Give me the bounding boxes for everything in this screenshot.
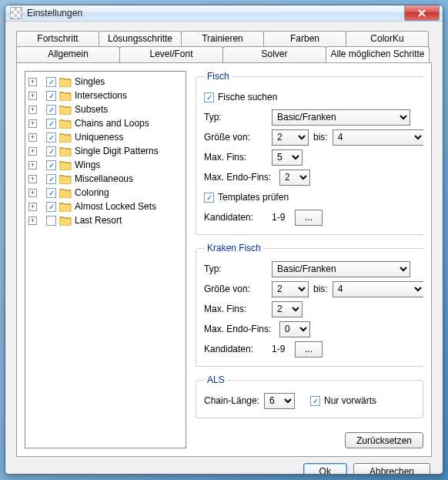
kraken-typ-label: Typ: [204, 263, 272, 274]
tree-item-label: Uniqueness [75, 132, 123, 143]
expand-icon[interactable]: + [28, 106, 37, 114]
tab-colorku[interactable]: ColorKu [346, 31, 429, 47]
als-chain-select[interactable]: 6 [264, 393, 295, 409]
fisch-typ-select[interactable]: Basic/Franken [272, 109, 410, 126]
folder-icon [59, 146, 72, 156]
tab-pane: +✓Singles+✓Intersections+✓Subsets+✓Chain… [16, 62, 432, 457]
tree-checkbox[interactable]: ✓ [46, 77, 56, 87]
tab-strip: Fortschritt Lösungsschritte Trainieren F… [16, 31, 432, 63]
fisch-kandidaten-value: 1-9 [272, 212, 295, 223]
nur-vorwaerts-label: Nur vorwärts [324, 395, 376, 406]
techniques-tree[interactable]: +✓Singles+✓Intersections+✓Subsets+✓Chain… [25, 71, 186, 448]
tab-trainieren[interactable]: Trainieren [181, 31, 264, 47]
fische-suchen-label: Fische suchen [218, 92, 277, 102]
folder-icon [59, 216, 72, 226]
nur-vorwaerts-checkbox[interactable]: ✓ [310, 396, 320, 406]
tree-item-label: Chains and Loops [75, 118, 149, 129]
tree-item[interactable]: +✓Wings [27, 158, 184, 172]
kraken-groesse-from-select[interactable]: 2 [272, 281, 309, 297]
tree-item[interactable]: +✓Single Digit Patterns [27, 144, 184, 158]
reset-button[interactable]: Zurücksetzen [345, 432, 423, 448]
kraken-maxfins-label: Max. Fins: [204, 304, 272, 314]
cancel-button[interactable]: Abbrechen [353, 463, 430, 475]
templates-pruefen-checkbox[interactable]: ✓ [204, 193, 214, 203]
kraken-typ-select[interactable]: Basic/Franken [272, 261, 410, 277]
tab-farben[interactable]: Farben [263, 31, 346, 47]
als-legend: ALS [204, 374, 228, 385]
folder-icon [59, 105, 72, 115]
kraken-groesse-to-select[interactable]: 4 [333, 281, 423, 297]
ok-button[interactable]: Ok [303, 463, 347, 475]
fisch-maxendo-select[interactable]: 2 [279, 170, 310, 186]
fisch-kandidaten-label: Kandidaten: [204, 212, 272, 223]
tab-fortschritt[interactable]: Fortschritt [16, 31, 99, 47]
kraken-maxendo-select[interactable]: 0 [279, 321, 310, 337]
kraken-maxfins-select[interactable]: 2 [272, 301, 303, 317]
expand-icon[interactable]: + [28, 203, 37, 211]
tree-item[interactable]: +✓Chains and Loops [27, 116, 184, 130]
tree-checkbox[interactable]: ✓ [46, 133, 56, 143]
fisch-bis-label: bis: [313, 132, 328, 143]
als-chain-label: Chain-Länge: [204, 395, 264, 406]
kraken-maxendo-label: Max. Endo-Fins: [204, 324, 279, 334]
options-panel: Fisch ✓ Fische suchen Typ: Basic/Franken… [196, 71, 423, 448]
fisch-kandidaten-button[interactable]: ... [295, 210, 323, 226]
tree-item-label: Wings [75, 159, 100, 170]
expand-icon[interactable]: + [28, 189, 37, 197]
close-button[interactable] [404, 5, 440, 21]
tree-checkbox[interactable]: ✓ [46, 146, 56, 156]
folder-icon [59, 133, 72, 143]
tree-item[interactable]: +✓Uniqueness [27, 130, 184, 144]
tab-allgemein[interactable]: Allgemein [16, 46, 120, 62]
tree-item-label: Subsets [75, 104, 108, 115]
fisch-group: Fisch ✓ Fische suchen Typ: Basic/Franken… [196, 71, 423, 235]
tree-item[interactable]: +✓Almost Locked Sets [27, 200, 184, 213]
tree-checkbox[interactable] [46, 216, 56, 226]
expand-icon[interactable]: + [28, 161, 37, 170]
fisch-groesse-from-select[interactable]: 2 [272, 129, 309, 146]
kraken-kandidaten-button[interactable]: ... [295, 341, 323, 357]
fisch-groesse-label: Größe von: [204, 132, 272, 143]
expand-icon[interactable]: + [28, 78, 37, 86]
tree-item[interactable]: +Last Resort [27, 213, 184, 227]
tree-item-label: Last Resort [75, 215, 122, 226]
tree-checkbox[interactable]: ✓ [46, 202, 56, 212]
tree-checkbox[interactable]: ✓ [46, 119, 56, 129]
tab-loesungsschritte[interactable]: Lösungsschritte [99, 31, 182, 47]
tree-checkbox[interactable]: ✓ [46, 188, 56, 198]
fisch-maxfins-select[interactable]: 5 [272, 149, 303, 166]
fisch-legend: Fisch [204, 71, 232, 82]
settings-dialog: Einstellungen Fortschritt Lösungsschritt… [5, 5, 443, 475]
tab-solver[interactable]: Solver [222, 46, 326, 62]
kraken-kandidaten-value: 1-9 [272, 344, 295, 354]
fisch-groesse-to-select[interactable]: 4 [333, 129, 423, 146]
expand-icon[interactable]: + [28, 147, 37, 156]
tree-item[interactable]: +✓Coloring [27, 186, 184, 200]
tab-alle-moeglichen-schritte[interactable]: Alle möglichen Schritte [326, 46, 430, 62]
tab-level-font[interactable]: Level/Font [119, 46, 223, 62]
tree-checkbox[interactable]: ✓ [46, 160, 56, 170]
tree-item[interactable]: +✓Singles [27, 75, 184, 89]
tree-item-label: Singles [75, 76, 105, 87]
fisch-typ-label: Typ: [204, 112, 272, 123]
tree-item-label: Coloring [75, 187, 109, 198]
tree-item[interactable]: +✓Intersections [27, 89, 184, 102]
folder-icon [59, 119, 72, 129]
window-title: Einstellungen [27, 8, 405, 18]
expand-icon[interactable]: + [28, 217, 37, 225]
tree-checkbox[interactable]: ✓ [46, 105, 56, 115]
expand-icon[interactable]: + [28, 92, 37, 100]
tree-checkbox[interactable]: ✓ [46, 174, 56, 184]
kraken-bis-label: bis: [313, 284, 328, 294]
expand-icon[interactable]: + [28, 119, 37, 128]
folder-icon [59, 91, 72, 101]
tree-checkbox[interactable]: ✓ [46, 91, 56, 101]
folder-icon [59, 188, 72, 198]
fische-suchen-checkbox[interactable]: ✓ [204, 92, 214, 102]
tree-item[interactable]: +✓Subsets [27, 102, 184, 116]
expand-icon[interactable]: + [28, 133, 37, 142]
templates-pruefen-label: Templates prüfen [218, 192, 289, 203]
tree-item[interactable]: +✓Miscellaneous [27, 172, 184, 186]
kraken-legend: Kraken Fisch [204, 243, 264, 253]
expand-icon[interactable]: + [28, 175, 37, 183]
